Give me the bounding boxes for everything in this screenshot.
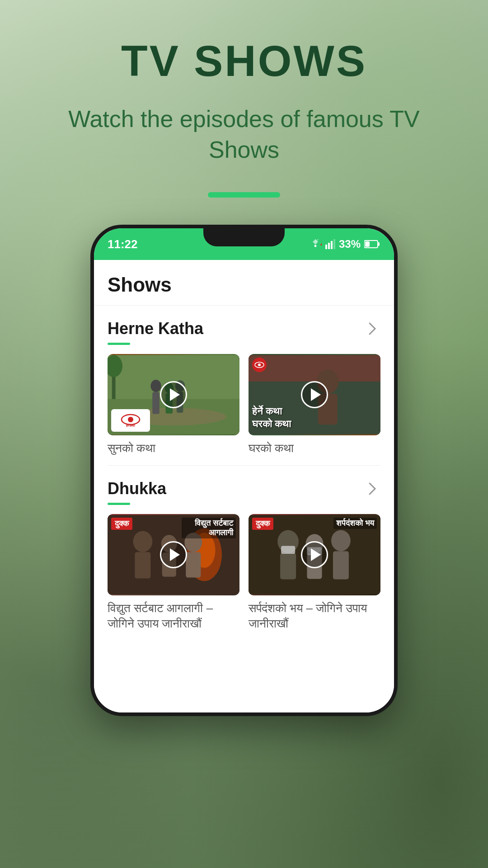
thumbnail-sarpadansh[interactable]: दुक्क शर्पदंशको भय (249, 514, 380, 595)
play-button-gharko[interactable] (301, 381, 328, 408)
status-time: 11:22 (108, 237, 138, 251)
wifi-icon: ✗ (309, 239, 322, 249)
play-button-sarpadansh[interactable] (301, 541, 328, 568)
svg-rect-42 (280, 553, 296, 579)
svg-rect-2 (328, 243, 330, 249)
svg-point-13 (150, 380, 161, 392)
thumbnail-vidhyut[interactable]: दुक्क विद्युत सर्टबाट आगलागी (108, 514, 239, 595)
app-header: Shows (94, 260, 394, 306)
play-button-sunko[interactable] (160, 381, 187, 408)
svg-text:✗: ✗ (320, 240, 322, 247)
svg-point-47 (331, 530, 351, 551)
section-herne-katha: Herne Katha (94, 306, 394, 465)
section-dhukka: Dhukka (94, 466, 394, 641)
video-card-sunko[interactable]: हेर्ने कथा सुनको कथा (108, 354, 239, 456)
play-triangle-4 (311, 548, 321, 561)
logo-svg-1: हेर्ने कथा (115, 411, 146, 428)
play-triangle-3 (170, 548, 180, 561)
indicator-bar (208, 192, 280, 198)
section-header-dhukka: Dhukka (108, 479, 380, 498)
phone-mockup: 11:22 ✗ 33% (90, 225, 398, 716)
svg-point-29 (258, 363, 261, 366)
section-title-herne: Herne Katha (108, 319, 203, 338)
page-title: TV SHOWS (121, 36, 367, 86)
play-triangle-2 (311, 388, 321, 401)
app-body: Herne Katha (94, 306, 394, 712)
section-title-dhukka: Dhukka (108, 479, 166, 498)
svg-rect-7 (365, 241, 370, 247)
signal-icon (325, 239, 335, 249)
section-underline-herne (108, 343, 130, 345)
gharko-text-overlay2: घरको कथा (252, 418, 291, 430)
svg-rect-43 (281, 546, 295, 554)
sarpadansh-text-overlay: शर्पदंशको भय (333, 518, 377, 529)
video-card-vidhyut[interactable]: दुक्क विद्युत सर्टबाट आगलागी विद्युत सर्… (108, 514, 239, 632)
status-bar: 11:22 ✗ 33% (94, 228, 394, 260)
video-label-sarpadansh: सर्पदंशको भय – जोगिने उपाय जानीराखौं (249, 601, 380, 632)
section-underline-dhukka (108, 503, 130, 505)
svg-rect-3 (331, 241, 333, 249)
svg-rect-6 (378, 242, 380, 246)
svg-rect-14 (152, 392, 160, 414)
status-right: ✗ 33% (309, 238, 380, 250)
video-card-gharko[interactable]: हेर्ने कथा घरको कथा घरको कथा (249, 354, 380, 456)
gharko-text-overlay: हेर्ने कथा (252, 406, 282, 417)
svg-rect-25 (249, 355, 380, 382)
eye-icon-tag (254, 362, 264, 368)
thumbnail-gharko[interactable]: हेर्ने कथा घरको कथा (249, 354, 380, 435)
vidhyut-text-overlay: विद्युत सर्टबाट आगलागी (182, 518, 236, 538)
play-triangle (170, 388, 180, 401)
video-label-vidhyut: विद्युत सर्टबाट आगलागी – जोगिने उपाय जान… (108, 601, 239, 632)
svg-rect-38 (186, 552, 201, 577)
svg-rect-34 (135, 552, 150, 578)
eye-tag-gharko (252, 358, 267, 372)
video-grid-herne: हेर्ने कथा सुनको कथा (108, 354, 380, 456)
dhukka-badge-2: दुक्क (252, 518, 273, 530)
video-label-sunko: सुनको कथा (108, 441, 239, 456)
chevron-right-icon-dhukka[interactable] (364, 481, 380, 497)
dhukka-badge-1: दुक्क (111, 518, 132, 530)
play-button-vidhyut[interactable] (160, 541, 187, 568)
section-header-herne: Herne Katha (108, 319, 380, 338)
video-grid-dhukka: दुक्क विद्युत सर्टबाट आगलागी विद्युत सर्… (108, 514, 380, 632)
svg-point-21 (128, 417, 133, 422)
video-label-gharko: घरको कथा (249, 441, 380, 456)
app-header-title: Shows (108, 274, 380, 296)
chevron-right-icon[interactable] (364, 321, 380, 337)
phone-notch (203, 228, 285, 246)
svg-text:हेर्ने कथा: हेर्ने कथा (126, 424, 136, 427)
herne-katha-logo-1: हेर्ने कथा (111, 409, 150, 432)
svg-rect-1 (325, 245, 327, 249)
battery-percentage: 33% (339, 238, 361, 250)
svg-rect-4 (333, 239, 335, 249)
svg-rect-48 (333, 551, 349, 579)
svg-point-33 (133, 531, 152, 552)
video-card-sarpadansh[interactable]: दुक्क शर्पदंशको भय सर्पदंशको भय – जोगिने… (249, 514, 380, 632)
thumbnail-sunko[interactable]: हेर्ने कथा (108, 354, 239, 435)
main-content: TV SHOWS Watch the episodes of famous TV… (0, 0, 488, 716)
page-subtitle: Watch the episodes of famous TV Shows (0, 104, 488, 165)
battery-icon (364, 239, 380, 249)
